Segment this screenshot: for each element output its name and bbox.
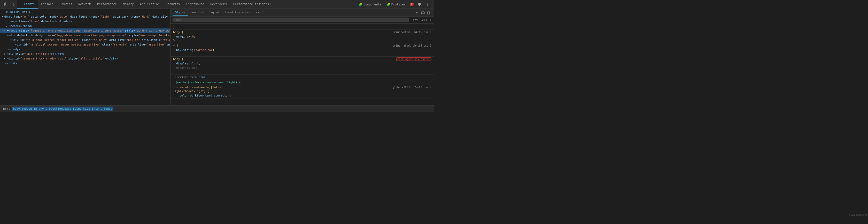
copy-styles-button[interactable] <box>426 10 432 16</box>
dom-line[interactable]: <head> ⊙ </head> <box>0 24 170 28</box>
styles-toolbar-icons: + <box>414 10 432 16</box>
dom-line[interactable]: <div id="js-global-screen-reader-notice"… <box>0 38 170 43</box>
settings-button[interactable] <box>416 1 423 8</box>
notification-badge: 7 <box>410 3 414 6</box>
dom-panel: <!DOCTYPE html> <html lang="en" data-col… <box>0 9 170 105</box>
breadcrumb-item-body[interactable]: body.logged-in.env-production.page-respo… <box>12 107 114 111</box>
tab-security[interactable]: Security <box>163 0 183 8</box>
css-rule: } <box>170 25 434 30</box>
css-property-strikethrough: margin: ▶ 8px; <box>176 66 431 70</box>
device-toolbar-button[interactable] <box>9 1 16 7</box>
css-rule-body-1: body { primer-a0dd...b4c05.css:1 margin:… <box>170 30 434 43</box>
styles-panel: Styles Computed Layout Event Listeners >… <box>170 9 434 105</box>
expand-arrow <box>5 47 8 52</box>
dom-content[interactable]: <!DOCTYPE html> <html lang="en" data-col… <box>0 9 170 105</box>
pseudo-buttons: :hov .cls + <box>410 18 432 22</box>
expand-arrow[interactable] <box>4 57 7 61</box>
svg-rect-5 <box>421 12 425 14</box>
css-rule-global: [data-color-mode=auto][data- global-7833… <box>170 85 434 99</box>
inspect-element-button[interactable] <box>3 1 9 7</box>
css-property: box-sizing: border-box; <box>176 48 431 52</box>
tab-memory[interactable]: Memory <box>120 0 137 8</box>
expand-arrow[interactable] <box>6 24 9 28</box>
tab-lighthouse[interactable]: Lighthouse <box>183 0 207 8</box>
tab-components[interactable]: 🧩 Components <box>357 1 383 8</box>
css-rule-universal: * { primer-a0dd...b4c05.css:1 box-sizing… <box>170 43 434 57</box>
tab-recorder[interactable]: Recorder ⌘ <box>207 0 230 8</box>
devtools-toolbar: Elements Console Sources Network Perform… <box>0 0 434 9</box>
dom-line[interactable]: <div data-turbo-body class="logged-in en… <box>0 33 170 38</box>
expand-arrow <box>2 10 5 14</box>
css-property: margin: ▶ 0; <box>176 34 431 39</box>
css-property: --color-workflow-card-connector: <box>176 93 431 98</box>
breadcrumb-bar: html body.logged-in.env-production.page-… <box>0 105 434 112</box>
dom-line[interactable]: <!DOCTYPE html> <box>0 10 170 15</box>
style-tab-computed[interactable]: Computed <box>188 9 207 16</box>
dom-line-body[interactable]: ··· <body class="logged-in env-productio… <box>0 28 170 33</box>
dom-line[interactable]: </html> <box>0 61 170 66</box>
dom-line[interactable]: <html lang="en" data-color-mode="auto" d… <box>0 15 170 19</box>
main-layout: <!DOCTYPE html> <html lang="en" data-col… <box>0 9 434 105</box>
tab-profiler[interactable]: 🧩 Profiler <box>385 1 408 8</box>
styles-tabs: Styles Computed Layout Event Listeners >… <box>170 9 434 17</box>
style-tab-styles[interactable]: Styles <box>173 9 188 16</box>
main-tab-list: Elements Console Sources Network Perform… <box>17 0 355 8</box>
dom-line[interactable]: <div style="all: initial;" >⊙</div> <box>0 52 170 56</box>
tab-performance[interactable]: Performance <box>94 0 120 8</box>
svg-point-3 <box>428 4 428 5</box>
tab-network[interactable]: Network <box>75 0 94 8</box>
svg-rect-1 <box>13 4 14 5</box>
dom-line[interactable]: <div id="js-global-screen-reader-notice-… <box>0 43 170 47</box>
toolbar-icons-group <box>1 0 17 8</box>
pseudo-cls-button[interactable]: .cls <box>420 18 428 22</box>
dom-line[interactable]: </body> <box>0 47 170 52</box>
new-style-rule-button[interactable]: + <box>414 10 420 16</box>
breadcrumb-item-html[interactable]: html <box>2 107 11 111</box>
tab-console[interactable]: Console <box>38 0 56 8</box>
tab-sources[interactable]: Sources <box>57 0 75 8</box>
add-class-button[interactable]: + <box>429 18 432 22</box>
tab-elements[interactable]: Elements <box>17 0 38 8</box>
expand-arrow <box>2 61 5 65</box>
css-rule-user-agent: body { user agent stylesheet display: bl… <box>170 57 434 75</box>
inherited-from-header: Inherited from html <box>170 75 434 80</box>
expand-arrow[interactable] <box>4 52 7 56</box>
pseudo-hov-button[interactable]: :hov <box>410 18 418 22</box>
tab-performance-insights[interactable]: Performance insights ⌘ <box>230 0 275 8</box>
toggle-element-state-button[interactable] <box>420 10 426 16</box>
styles-filter-input[interactable] <box>173 18 409 22</box>
css-property: display: block; <box>176 61 431 66</box>
svg-point-4 <box>428 5 428 6</box>
dom-line[interactable]: underlines="true" data-turbo-loaded> <box>0 19 170 24</box>
inherited-from-link[interactable]: html <box>199 76 206 79</box>
right-tabs-group: 🧩 Components 🧩 Profiler 7 <box>355 1 433 8</box>
tab-application[interactable]: Application <box>137 0 163 8</box>
style-tab-layout[interactable]: Layout <box>207 9 222 16</box>
style-tab-more[interactable]: >> <box>253 9 262 16</box>
svg-point-2 <box>428 3 428 4</box>
style-tab-event-listeners[interactable]: Event Listeners <box>222 9 253 16</box>
dom-line[interactable]: <div id="transmart-crx-shadow-root" styl… <box>0 56 170 61</box>
more-options-button[interactable] <box>424 1 431 8</box>
svg-rect-0 <box>11 3 13 6</box>
styles-content[interactable]: } body { primer-a0dd...b4c05.css:1 margi… <box>170 24 434 105</box>
media-query-rule: @media (prefers-color-scheme: light) { <box>170 80 434 85</box>
styles-filter-row: :hov .cls + <box>170 17 434 24</box>
svg-rect-8 <box>428 12 430 14</box>
